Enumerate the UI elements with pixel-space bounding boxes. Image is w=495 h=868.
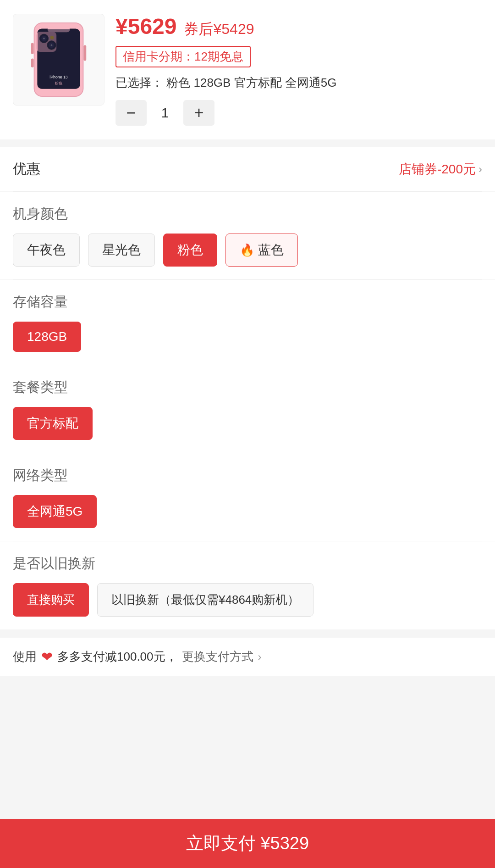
section-separator-1: [0, 139, 495, 147]
package-section-title: 套餐类型: [13, 378, 482, 397]
package-section: 套餐类型 官方标配: [0, 365, 495, 453]
svg-rect-13: [31, 59, 34, 67]
change-payment-link[interactable]: 更换支付方式: [182, 649, 253, 665]
color-section-title: 机身颜色: [13, 205, 482, 223]
product-section: iPhone 13 粉色 ¥5629 券后¥5429 信用卡分期：12期免息 已…: [0, 0, 495, 139]
package-options: 官方标配: [13, 407, 482, 453]
color-option-starlight[interactable]: 星光色: [88, 234, 155, 267]
coupon-label: 优惠: [13, 160, 40, 178]
payment-chevron-icon: ›: [258, 651, 262, 663]
svg-text:粉色: 粉色: [55, 81, 62, 85]
trade-options: 直接购买 以旧换新（最低仅需¥4864购新机）: [13, 583, 482, 617]
color-options: 午夜色 星光色 粉色 🔥 蓝色: [13, 234, 482, 279]
quantity-control: − 1 +: [116, 100, 482, 126]
section-separator-2: [0, 629, 495, 637]
network-section-title: 网络类型: [13, 466, 482, 485]
product-image: iPhone 13 粉色: [13, 14, 104, 106]
svg-rect-12: [31, 43, 34, 54]
network-section: 网络类型 全网通5G: [0, 453, 495, 541]
coupon-section[interactable]: 优惠 店铺券-200元 ›: [0, 147, 495, 191]
trade-section: 是否以旧换新 直接购买 以旧换新（最低仅需¥4864购新机）: [0, 541, 495, 629]
color-option-pink[interactable]: 粉色: [163, 234, 217, 267]
storage-section: 存储容量 128GB: [0, 280, 495, 365]
price-row: ¥5629 券后¥5429: [116, 14, 482, 39]
svg-text:iPhone 13: iPhone 13: [50, 75, 67, 79]
package-option-standard[interactable]: 官方标配: [13, 407, 93, 440]
quantity-decrease-button[interactable]: −: [116, 100, 147, 126]
network-options: 全网通5G: [13, 495, 482, 541]
selected-spec: 已选择： 粉色 128GB 官方标配 全网通5G: [116, 74, 482, 92]
quantity-value: 1: [147, 105, 183, 121]
trade-section-title: 是否以旧换新: [13, 554, 482, 573]
network-option-5g[interactable]: 全网通5G: [13, 495, 97, 528]
quantity-increase-button[interactable]: +: [183, 100, 214, 126]
coupon-value[interactable]: 店铺券-200元 ›: [399, 161, 482, 178]
storage-option-128gb[interactable]: 128GB: [13, 322, 81, 352]
product-info: ¥5629 券后¥5429 信用卡分期：12期免息 已选择： 粉色 128GB …: [116, 14, 482, 126]
heart-icon: ❤: [41, 649, 53, 665]
coupon-chevron-icon: ›: [478, 163, 482, 176]
svg-rect-14: [83, 45, 86, 61]
color-option-midnight[interactable]: 午夜色: [13, 234, 80, 267]
installment-badge: 信用卡分期：12期免息: [116, 46, 251, 67]
fire-icon: 🔥: [240, 243, 254, 257]
product-image-svg: iPhone 13 粉色: [27, 21, 91, 99]
color-option-blue[interactable]: 🔥 蓝色: [226, 234, 298, 267]
trade-option-direct[interactable]: 直接购买: [13, 583, 89, 617]
price-after-coupon: 券后¥5429: [184, 19, 254, 39]
trade-option-tradein[interactable]: 以旧换新（最低仅需¥4864购新机）: [97, 583, 314, 617]
color-section: 机身颜色 午夜色 星光色 粉色 🔥 蓝色: [0, 192, 495, 279]
storage-options: 128GB: [13, 322, 482, 365]
payment-hint: 使用 ❤ 多多支付减100.00元， 更换支付方式 ›: [0, 638, 495, 676]
storage-section-title: 存储容量: [13, 293, 482, 312]
price-main: ¥5629: [116, 14, 176, 39]
